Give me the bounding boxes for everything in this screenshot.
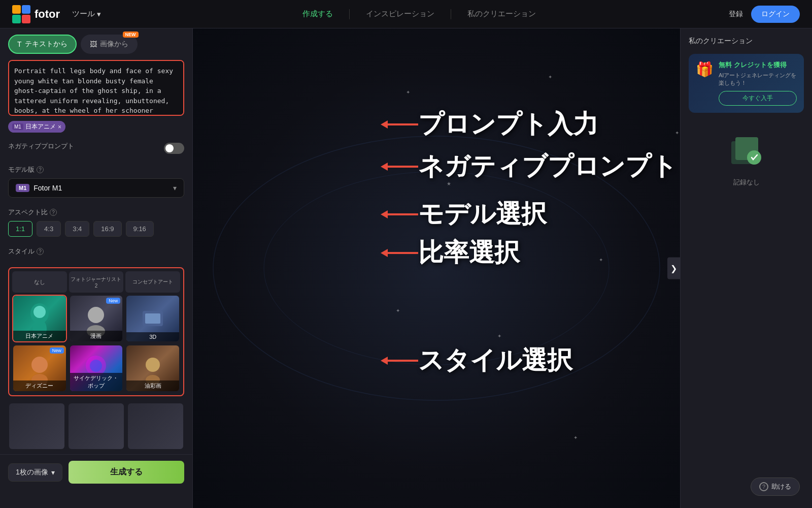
aspect-section: アスペクト比 ? 1:1 4:3 3:4 16:9 9:16 bbox=[0, 203, 192, 242]
nav-create[interactable]: 作成する bbox=[302, 9, 333, 19]
style-psychedelic-label: サイケデリック・ポップ bbox=[70, 373, 123, 391]
negative-arrow-head bbox=[381, 163, 388, 171]
no-record-area: 記録なし bbox=[689, 131, 804, 187]
style-card-3d[interactable]: 3D bbox=[125, 295, 180, 342]
prompt-input[interactable]: Portrait full legs body and face of sexy… bbox=[8, 60, 184, 116]
help-button[interactable]: ? 助ける bbox=[751, 478, 800, 496]
svg-rect-10 bbox=[145, 313, 160, 324]
style-card-disney[interactable]: New ディズニー bbox=[12, 344, 67, 392]
logo-text: fotor bbox=[35, 8, 60, 21]
svg-point-15 bbox=[146, 358, 160, 372]
style-disney-label: ディズニー bbox=[13, 380, 66, 391]
style-card-extra-2[interactable] bbox=[67, 402, 125, 450]
promo-card: 🎁 無料 クレジットを獲得 AIアートジェネレーティングを楽しもう！ 今すぐ入手 bbox=[689, 54, 804, 113]
aspect-3-4[interactable]: 3:4 bbox=[65, 221, 89, 237]
prompt-arrow-line bbox=[388, 123, 418, 125]
annotation-prompt-text: プロンプト入力 bbox=[418, 107, 598, 141]
svg-rect-3 bbox=[22, 15, 30, 23]
aspect-9-16[interactable]: 9:16 bbox=[126, 221, 154, 237]
tools-label: ツール bbox=[72, 9, 95, 19]
nav-divider-2 bbox=[451, 9, 451, 19]
model-arrow-line bbox=[388, 213, 418, 215]
style-card-extra-1[interactable] bbox=[8, 402, 65, 450]
panel-title: 私のクリエーション bbox=[689, 37, 804, 46]
svg-rect-0 bbox=[12, 5, 21, 14]
style-arrow-head bbox=[381, 357, 388, 365]
tag-close-icon[interactable]: × bbox=[58, 123, 61, 131]
main: T テキストから 🖼 画像から NEW Portrait full legs b… bbox=[0, 28, 812, 508]
canvas-toggle-icon: ❯ bbox=[670, 264, 677, 273]
style-card-anime[interactable]: 日本アニメ bbox=[12, 295, 67, 342]
style-card-oil[interactable]: 油彩画 bbox=[125, 344, 180, 392]
promo-desc: AIアートジェネレーティングを楽しもう！ bbox=[719, 72, 797, 87]
aspect-4-3[interactable]: 4:3 bbox=[37, 221, 61, 237]
style-none[interactable]: なし bbox=[12, 271, 67, 293]
style-card-manga[interactable]: New 漫画 bbox=[69, 295, 124, 342]
style-manga-label: 漫画 bbox=[70, 331, 123, 341]
help-label: 助ける bbox=[771, 482, 791, 491]
style-extra-2-img bbox=[69, 403, 124, 449]
aspect-buttons: 1:1 4:3 3:4 16:9 9:16 bbox=[8, 221, 184, 237]
annotation-style-text: スタイル選択 bbox=[418, 343, 572, 377]
bottom-bar: 1枚の画像 ▾ 生成する bbox=[0, 454, 192, 490]
style-anime-label: 日本アニメ bbox=[13, 331, 66, 341]
disney-new-badge: New bbox=[50, 347, 64, 354]
count-select[interactable]: 1枚の画像 ▾ bbox=[8, 463, 62, 482]
3d-svg bbox=[138, 301, 168, 336]
negative-arrow-line bbox=[388, 166, 418, 168]
tools-menu[interactable]: ツール ▾ bbox=[72, 9, 101, 19]
style-label: スタイル ? bbox=[8, 247, 184, 256]
promo-title-suffix: クレジットを獲得 bbox=[734, 61, 787, 69]
toggle-knob bbox=[165, 144, 174, 152]
tag-m1: M1 日本アニメ × bbox=[8, 121, 65, 133]
promo-text: 無料 クレジットを獲得 AIアートジェネレーティングを楽しもう！ 今すぐ入手 bbox=[719, 61, 797, 106]
no-record-svg bbox=[726, 131, 767, 172]
tag-m1-badge: M1 bbox=[12, 123, 23, 130]
svg-rect-1 bbox=[22, 5, 30, 14]
image-tab-icon: 🖼 bbox=[90, 40, 97, 48]
nav-inspiration[interactable]: インスピレーション bbox=[366, 9, 434, 19]
model-help-icon[interactable]: ? bbox=[37, 166, 44, 173]
model-badge: M1 bbox=[16, 184, 29, 192]
aspect-16-9[interactable]: 16:9 bbox=[93, 221, 121, 237]
annotation-negative: ネガティブプロンプト bbox=[381, 149, 677, 183]
prompt-arrow-head bbox=[381, 120, 388, 129]
aspect-help-icon[interactable]: ? bbox=[50, 209, 57, 216]
style-row-3-partial bbox=[0, 400, 192, 454]
generate-button[interactable]: 生成する bbox=[69, 461, 184, 484]
negative-arrow bbox=[381, 163, 418, 171]
aspect-arrow bbox=[381, 249, 418, 257]
style-grid-container: なし フォトジャーナリスト2 コンセプトアート 日本アニメ bbox=[8, 267, 184, 396]
no-record-text: 記録なし bbox=[733, 178, 760, 187]
promo-button[interactable]: 今すぐ入手 bbox=[719, 91, 797, 106]
model-select[interactable]: M1 Fotor M1 ▾ bbox=[8, 178, 184, 198]
nav-my-creation[interactable]: 私のクリエーション bbox=[467, 9, 536, 19]
header: fotor ツール ▾ 作成する インスピレーション 私のクリエーション 登録 … bbox=[0, 0, 812, 28]
model-name: Fotor M1 bbox=[33, 184, 169, 192]
register-button[interactable]: 登録 bbox=[729, 10, 743, 19]
nav-divider-1 bbox=[349, 9, 350, 19]
style-help-icon[interactable]: ? bbox=[37, 248, 44, 255]
manga-new-badge: New bbox=[106, 298, 120, 304]
negative-prompt-toggle[interactable] bbox=[164, 143, 184, 154]
tab-from-image[interactable]: 🖼 画像から NEW bbox=[81, 35, 138, 54]
logo[interactable]: fotor bbox=[12, 5, 60, 23]
canvas-toggle[interactable]: ❯ bbox=[667, 258, 680, 279]
style-photojournalist[interactable]: フォトジャーナリスト2 bbox=[69, 271, 124, 293]
prompt-section: Portrait full legs body and face of sexy… bbox=[0, 60, 192, 137]
svg-point-11 bbox=[31, 357, 48, 373]
login-button[interactable]: ログイン bbox=[751, 6, 800, 23]
annotation-model-text: モデル選択 bbox=[418, 197, 547, 231]
gift-icon: 🎁 bbox=[696, 61, 714, 78]
style-card-extra-3[interactable] bbox=[127, 402, 184, 450]
star-2: ✦ bbox=[548, 74, 552, 80]
new-badge: NEW bbox=[123, 31, 139, 38]
count-label: 1枚の画像 bbox=[16, 468, 48, 477]
style-concept-art[interactable]: コンセプトアート bbox=[125, 271, 180, 293]
style-card-psychedelic[interactable]: サイケデリック・ポップ bbox=[69, 344, 124, 392]
tab-from-text[interactable]: T テキストから bbox=[8, 35, 77, 54]
aspect-1-1[interactable]: 1:1 bbox=[8, 221, 32, 237]
style-arrow bbox=[381, 357, 418, 365]
negative-prompt-label: ネガティブプロンプト bbox=[8, 142, 74, 151]
model-chevron-icon: ▾ bbox=[173, 184, 177, 192]
